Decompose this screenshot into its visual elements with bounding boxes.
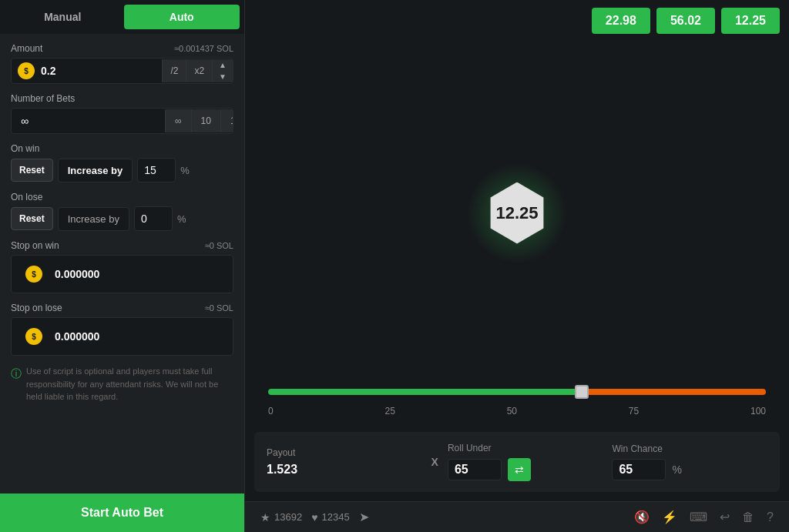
win-chance-input[interactable] xyxy=(612,459,666,480)
slider-label-0: 0 xyxy=(268,406,274,417)
left-panel: Manual Auto Amount ≈0.001437 SOL $ /2 x2… xyxy=(0,0,245,532)
dice-area: 12.25 xyxy=(245,42,789,384)
on-lose-percent: % xyxy=(177,213,186,225)
slider-section: 0 25 50 75 100 xyxy=(245,384,789,432)
roll-under-label: Roll Under xyxy=(448,443,603,453)
on-lose-reset-button[interactable]: Reset xyxy=(11,207,53,230)
payout-multiplier: X xyxy=(431,456,438,468)
amount-input-row: $ /2 x2 ▲ ▼ xyxy=(11,58,233,84)
stars-stat: ★ 13692 xyxy=(260,511,302,524)
amount-label: Amount ≈0.001437 SOL xyxy=(11,43,233,54)
history-icon[interactable]: ↩ xyxy=(720,510,730,524)
heart-icon: ♥ xyxy=(311,511,317,524)
dice-hexagon: 12.25 xyxy=(482,179,552,248)
slider-track-container xyxy=(268,384,766,400)
bets-section: Number of Bets ∞ 10 100 xyxy=(11,93,233,134)
keyboard-icon[interactable]: ⌨ xyxy=(690,510,707,524)
bottom-bar: ★ 13692 ♥ 12345 ➤ 🔇 ⚡ ⌨ ↩ 🗑 ? xyxy=(245,501,789,532)
payout-value: 1.523 xyxy=(267,463,422,477)
disclaimer-icon: ⓘ xyxy=(11,366,22,382)
on-win-label: On win xyxy=(11,143,233,154)
stop-on-win-input[interactable] xyxy=(49,262,225,286)
tab-manual[interactable]: Manual xyxy=(5,5,121,29)
on-win-increase-by-button[interactable]: Increase by xyxy=(58,159,133,182)
amount-input[interactable] xyxy=(35,59,162,83)
bottom-right: 🔇 ⚡ ⌨ ↩ 🗑 ? xyxy=(634,510,774,524)
start-auto-bet-button[interactable]: Start Auto Bet xyxy=(0,494,244,532)
slider-label-100: 100 xyxy=(750,406,766,417)
slider-track xyxy=(268,389,766,395)
right-panel: 22.98 56.02 12.25 12.25 0 25 50 75 100 xyxy=(245,0,789,532)
help-icon[interactable]: ? xyxy=(767,510,774,524)
stop-win-coin-icon: $ xyxy=(25,266,42,283)
win-chance-label: Win Chance xyxy=(612,443,767,454)
half-button[interactable]: /2 xyxy=(162,59,186,82)
disclaimer: ⓘ Use of script is optional and players … xyxy=(11,365,233,403)
bets-input-row: ∞ 10 100 xyxy=(11,108,233,134)
stop-on-lose-row: $ xyxy=(11,317,233,356)
slider-label-75: 75 xyxy=(629,406,639,417)
roll-under-input[interactable] xyxy=(448,459,502,480)
win-chance-group: Win Chance % xyxy=(612,443,767,480)
roll-under-group: Roll Under ⇄ xyxy=(448,443,603,481)
trash-icon[interactable]: 🗑 xyxy=(742,510,754,524)
score-button-2[interactable]: 56.02 xyxy=(656,8,715,34)
mute-icon[interactable]: 🔇 xyxy=(634,510,650,524)
payout-label: Payout xyxy=(267,447,422,458)
score-bar: 22.98 56.02 12.25 xyxy=(245,0,789,42)
payout-group: Payout 1.523 xyxy=(267,447,422,477)
bets-preset-10[interactable]: 10 xyxy=(191,109,220,132)
score-button-3[interactable]: 12.25 xyxy=(721,8,780,34)
on-lose-section: On lose Reset Increase by % xyxy=(11,192,233,231)
hearts-stat: ♥ 12345 xyxy=(311,511,349,524)
star-icon: ★ xyxy=(260,511,270,524)
stop-on-win-row: $ xyxy=(11,255,233,293)
hearts-count: 12345 xyxy=(321,511,349,523)
on-win-row: Reset Increase by % xyxy=(11,158,233,182)
left-content: Amount ≈0.001437 SOL $ /2 x2 ▲ ▼ Nu xyxy=(0,34,244,494)
payout-row: Payout 1.523 X Roll Under ⇄ Win Chance % xyxy=(254,432,780,492)
amount-section: Amount ≈0.001437 SOL $ /2 x2 ▲ ▼ xyxy=(11,43,233,84)
swap-button[interactable]: ⇄ xyxy=(508,458,531,481)
tabs: Manual Auto xyxy=(0,0,244,34)
updown-buttons: ▲ ▼ xyxy=(212,59,233,82)
on-win-section: On win Reset Increase by % xyxy=(11,143,233,182)
on-lose-value-input[interactable] xyxy=(134,206,173,231)
stop-on-win-label: Stop on win ≈0 SOL xyxy=(11,240,233,251)
on-lose-row: Reset Increase by % xyxy=(11,206,233,231)
tab-auto[interactable]: Auto xyxy=(124,5,240,29)
bets-preset-inf[interactable]: ∞ xyxy=(165,109,191,132)
bets-label: Number of Bets xyxy=(11,93,233,104)
double-button[interactable]: x2 xyxy=(186,59,212,82)
on-win-value-input[interactable] xyxy=(137,158,176,182)
win-chance-percent: % xyxy=(672,463,681,476)
bets-preset-100[interactable]: 100 xyxy=(220,109,233,132)
bottom-left: ★ 13692 ♥ 12345 ➤ xyxy=(260,510,369,524)
main-layout: Manual Auto Amount ≈0.001437 SOL $ /2 x2… xyxy=(0,0,789,532)
on-win-percent: % xyxy=(180,165,190,176)
on-lose-increase-by-button[interactable]: Increase by xyxy=(58,207,129,231)
stop-on-win-section: Stop on win ≈0 SOL $ xyxy=(11,240,233,293)
down-button[interactable]: ▼ xyxy=(213,71,233,82)
stop-on-lose-label: Stop on lose ≈0 SOL xyxy=(11,303,233,313)
on-win-reset-button[interactable]: Reset xyxy=(11,159,53,182)
bets-input[interactable] xyxy=(12,109,165,133)
coin-icon: $ xyxy=(18,62,35,79)
stop-lose-coin-icon: $ xyxy=(25,328,42,345)
slider-labels: 0 25 50 75 100 xyxy=(268,406,766,417)
stars-count: 13692 xyxy=(274,511,302,523)
stop-on-lose-section: Stop on lose ≈0 SOL $ xyxy=(11,303,233,356)
up-button[interactable]: ▲ xyxy=(213,59,233,71)
stop-on-lose-input[interactable] xyxy=(49,324,225,349)
lightning-icon[interactable]: ⚡ xyxy=(662,510,677,524)
slider-thumb[interactable] xyxy=(575,385,589,399)
send-icon[interactable]: ➤ xyxy=(359,510,369,524)
score-button-1[interactable]: 22.98 xyxy=(592,8,650,34)
slider-label-50: 50 xyxy=(507,406,517,417)
slider-label-25: 25 xyxy=(384,406,394,417)
on-lose-label: On lose xyxy=(11,192,233,202)
